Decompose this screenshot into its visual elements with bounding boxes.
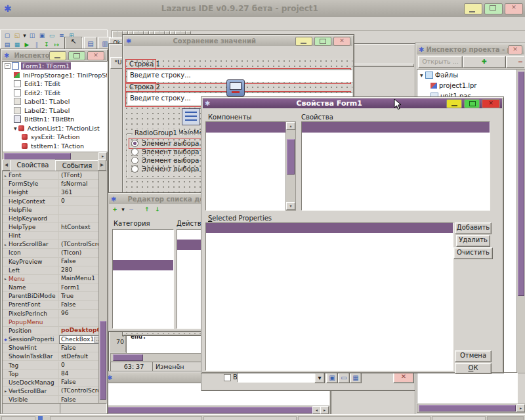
delete-action-icon[interactable]: −	[127, 205, 136, 214]
property-row[interactable]: Menu MainMenu1	[3, 275, 99, 284]
property-row[interactable]: HelpKeyword	[3, 215, 99, 223]
move-down-icon[interactable]: ↓	[153, 205, 162, 214]
property-item[interactable]	[302, 122, 490, 133]
component-item[interactable]	[206, 143, 286, 154]
component-item[interactable]	[206, 154, 286, 164]
component-tree-item[interactable]: Label2: TLabel	[3, 106, 107, 116]
add-button[interactable]: Добавить	[455, 222, 492, 234]
components-vscrollbar[interactable]: ▴ ▾	[285, 121, 296, 211]
label1-control[interactable]: Строка 1	[129, 60, 160, 68]
component-item[interactable]	[206, 122, 286, 133]
property-row[interactable]: Font (TFont)	[3, 171, 99, 180]
clear-button[interactable]: Очистить	[453, 247, 493, 259]
message-row[interactable]	[106, 392, 329, 400]
component-tree-item[interactable]: sysExit: TAction	[3, 133, 107, 142]
property-row[interactable]: HelpFile	[3, 206, 99, 215]
main-titlebar[interactable]: ✱ Lazarus IDE v0.9.27 бета - project1	[0, 0, 525, 18]
designer-titlebar[interactable]: ✱ Сохранение значений	[124, 36, 352, 46]
category-item[interactable]	[113, 260, 173, 270]
components-listbox[interactable]	[205, 121, 287, 211]
open-recent-dropdown-icon[interactable]: ▾	[22, 32, 27, 40]
properties-listbox[interactable]	[301, 121, 490, 211]
component-tree-item[interactable]: BitBtn1: TBitBtn	[3, 115, 107, 124]
property-row[interactable]: HelpContext 0	[3, 197, 99, 205]
property-row[interactable]: KeyPreview False	[3, 258, 99, 266]
remove-button[interactable]: Удалить	[456, 235, 490, 247]
component-tree-item[interactable]: Edit1: TEdit	[3, 79, 107, 89]
property-item[interactable]	[302, 154, 490, 164]
category-item[interactable]	[113, 240, 173, 249]
close-button[interactable]	[482, 99, 500, 108]
minimize-button[interactable]	[295, 37, 312, 46]
component-item[interactable]	[206, 196, 286, 206]
dialog-titlebar[interactable]: ✱ Свойства Form1	[203, 98, 502, 108]
cancel-button[interactable]: Отмена	[455, 350, 492, 362]
inipropstorage-icon[interactable]	[226, 79, 245, 96]
property-row[interactable]: PopupMenu	[3, 318, 99, 327]
grid-vscrollbar[interactable]	[98, 171, 108, 404]
property-row[interactable]: Left 280	[3, 266, 99, 275]
component-tree-item[interactable]: tstItem1: TAction	[3, 142, 107, 151]
minimize-button[interactable]	[49, 51, 66, 60]
selected-property-item[interactable]	[206, 223, 453, 233]
open-file-icon[interactable]: ◱	[12, 32, 22, 40]
project-inspector-titlebar[interactable]: ✱ Инспектор проекта - p	[417, 45, 524, 54]
selected-property-item[interactable]	[206, 304, 453, 314]
maximize-button[interactable]	[484, 3, 503, 14]
mainmenu-icon[interactable]	[182, 108, 200, 125]
new-unit-icon[interactable]: ▢	[3, 32, 12, 40]
find-dropdown-button[interactable]: ▾	[314, 373, 325, 383]
find-toolbar-button[interactable]: ▭	[338, 373, 350, 383]
component-tree-item[interactable]: ActionList1: TActionList	[3, 124, 107, 133]
property-row[interactable]: ShowHint False	[3, 344, 99, 352]
property-row[interactable]: SessionProperti CheckBox1	[3, 335, 99, 344]
property-grid[interactable]: Font (TFont) FormStyle fsNormal Height 3…	[2, 171, 100, 404]
category-item[interactable]	[113, 250, 173, 260]
minimize-button[interactable]	[446, 99, 462, 108]
selected-property-item[interactable]	[206, 284, 453, 293]
add-file-button[interactable]: ✚ Добавить	[463, 56, 506, 68]
selected-property-item[interactable]	[206, 264, 453, 274]
object-inspector-titlebar[interactable]: ✱ Инспектор	[2, 51, 106, 60]
find-toolbar-button[interactable]: ▣	[326, 373, 338, 383]
property-row[interactable]: Height 361	[3, 188, 99, 197]
find-combo-input[interactable]	[237, 373, 317, 383]
selected-properties-listbox[interactable]	[205, 222, 453, 371]
taskbar-button[interactable]	[298, 416, 430, 420]
property-row[interactable]: Icon (TIcon)	[3, 249, 99, 257]
close-button[interactable]	[508, 45, 522, 54]
property-row[interactable]: ParentFont False	[3, 301, 99, 309]
find-option-checkbox[interactable]	[224, 374, 231, 381]
property-row[interactable]: ParentBiDiMode True	[3, 292, 99, 301]
open-file-button[interactable]: Открыть ...	[418, 56, 463, 68]
component-item[interactable]	[206, 175, 286, 185]
project-file-item[interactable]: project1.lpr	[417, 80, 517, 91]
property-row[interactable]: VertScrollBar (TControlScroll	[3, 387, 99, 396]
property-row[interactable]: HorzScrollBar (TControlScroll	[3, 240, 99, 249]
component-tree-item[interactable]: IniPropStorage1: TIniPropSt	[3, 71, 107, 80]
taskbar-button[interactable]	[432, 416, 486, 420]
move-up-icon[interactable]: ↑	[142, 205, 152, 214]
maximize-button[interactable]	[464, 99, 480, 108]
property-row[interactable]: HelpType htContext	[3, 223, 99, 232]
ok-button[interactable]: ОК	[455, 363, 492, 374]
project-inspector-hscrollbar[interactable]: ▸	[417, 404, 525, 413]
category-item[interactable]	[113, 230, 173, 240]
label2-control[interactable]: Строка 2	[129, 83, 160, 91]
maximize-button[interactable]	[68, 51, 85, 60]
selected-property-item[interactable]	[206, 243, 453, 253]
taskbar-button[interactable]	[1, 416, 35, 420]
selected-property-item[interactable]	[206, 314, 453, 324]
save-icon[interactable]: ◫	[28, 32, 37, 40]
component-item[interactable]	[206, 185, 286, 196]
component-item[interactable]	[206, 133, 286, 143]
project-file-item[interactable]: Файлы	[417, 70, 517, 80]
property-item[interactable]	[302, 143, 490, 154]
property-row[interactable]: UseDockManag False	[3, 379, 99, 387]
close-button[interactable]	[87, 51, 104, 60]
add-action-icon[interactable]: +	[110, 205, 119, 214]
messages-hscrollbar[interactable]: ◂ ▸	[105, 406, 329, 415]
property-row[interactable]: Position poDesktopCe	[3, 327, 99, 335]
remove-file-button[interactable]: − Уда	[506, 56, 524, 68]
component-tree-item[interactable]: Form1: TForm1	[3, 62, 107, 71]
